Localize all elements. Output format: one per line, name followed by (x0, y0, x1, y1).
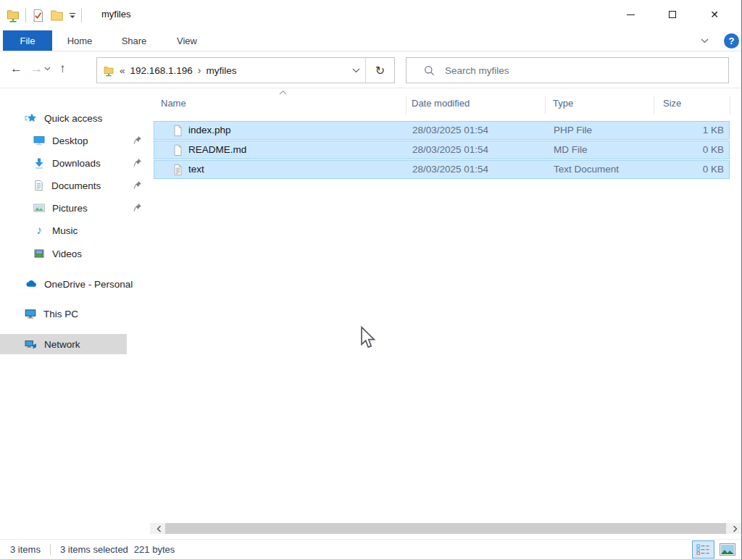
scroll-left-icon[interactable] (153, 523, 164, 534)
column-header-name[interactable]: Name (161, 98, 186, 109)
item-count: 3 items (10, 544, 41, 555)
tab-share[interactable]: Share (111, 30, 157, 51)
tab-view[interactable]: View (164, 30, 210, 51)
large-icons-view-button[interactable] (717, 540, 738, 559)
search-input[interactable] (445, 65, 728, 76)
up-button[interactable]: ↑ (59, 62, 66, 76)
file-name: index.php (188, 125, 231, 135)
sidebar-item-this-pc[interactable]: This PC (0, 304, 150, 324)
sidebar-item-label: Music (52, 225, 78, 236)
maximize-icon (669, 11, 676, 18)
refresh-button[interactable]: ↻ (365, 58, 394, 83)
history-chevron-icon[interactable] (44, 67, 51, 71)
videos-icon (33, 248, 45, 259)
file-text-icon (172, 164, 183, 176)
downloads-icon (33, 157, 45, 169)
file-name: README.md (188, 144, 246, 155)
sidebar-item-downloads[interactable]: Downloads (0, 153, 150, 173)
sidebar-item-network[interactable]: Network (0, 334, 127, 354)
qat-separator (81, 8, 82, 22)
sidebar-item-label: OneDrive - Personal (44, 279, 133, 290)
sidebar-item-desktop[interactable]: Desktop (0, 130, 150, 151)
search-icon (424, 65, 435, 76)
address-bar[interactable]: « 192.168.1.196 › myfiles ↻ (96, 57, 395, 83)
help-button[interactable]: ? (724, 33, 739, 49)
breadcrumb-overflow[interactable]: « (120, 65, 125, 76)
column-resize-handle[interactable] (545, 96, 546, 114)
sidebar-item-label: Videos (52, 248, 82, 259)
file-size: 0 KB (659, 164, 724, 175)
minimize-button[interactable] (609, 0, 651, 29)
sidebar-item-label: Quick access (44, 113, 102, 124)
sidebar-item-music[interactable]: ♪ Music (0, 220, 150, 241)
search-box (406, 57, 729, 83)
music-icon: ♪ (33, 224, 45, 237)
scroll-right-icon[interactable] (729, 523, 741, 534)
file-size: 0 KB (659, 144, 724, 155)
window-title: myfiles (101, 9, 130, 20)
file-row[interactable]: README.md 28/03/2025 01:54 MD File 0 KB (154, 141, 730, 159)
sidebar-item-videos[interactable]: Videos (0, 243, 150, 264)
file-type: Text Document (554, 164, 619, 175)
back-button[interactable]: ← (10, 62, 22, 76)
sidebar-item-label: Downloads (52, 158, 101, 169)
breadcrumb: « 192.168.1.196 › myfiles (97, 64, 346, 77)
scrollbar-thumb[interactable] (165, 523, 726, 534)
status-divider (50, 544, 51, 555)
network-icon (25, 338, 37, 350)
maximize-button[interactable] (651, 0, 693, 29)
file-row[interactable]: text 28/03/2025 01:54 Text Document 0 KB (154, 160, 730, 179)
sidebar-item-label: This PC (43, 309, 78, 319)
mouse-cursor (360, 326, 377, 350)
file-date: 28/03/2025 01:54 (412, 164, 488, 175)
file-row[interactable]: index.php 28/03/2025 01:54 PHP File 1 KB (154, 121, 730, 140)
navigation-bar: ← → ↑ « 192.168.1.196 › myfiles (0, 51, 741, 88)
breadcrumb-chevron[interactable]: › (198, 64, 201, 76)
column-header-type[interactable]: Type (553, 98, 573, 109)
pin-icon (133, 180, 142, 190)
details-view-icon (696, 544, 710, 555)
address-dropdown-chevron-icon[interactable] (346, 58, 365, 83)
column-resize-handle[interactable] (730, 96, 730, 114)
sidebar-item-quick-access[interactable]: Quick access (0, 108, 150, 128)
file-size: 1 KB (659, 125, 724, 135)
ribbon-collapse-chevron-icon[interactable] (701, 38, 709, 43)
sidebar-item-onedrive[interactable]: OneDrive - Personal (0, 274, 150, 294)
pin-icon (133, 135, 142, 145)
sort-ascending-icon (279, 90, 287, 95)
desktop-icon (33, 135, 45, 146)
column-header-date-modified[interactable]: Date modified (412, 98, 470, 109)
selection-size: 221 bytes (134, 544, 175, 555)
sidebar-item-label: Documents (51, 180, 101, 191)
selection-count: 3 items selected (60, 544, 128, 555)
file-date: 28/03/2025 01:54 (412, 144, 488, 155)
network-drive-icon[interactable] (6, 7, 20, 23)
location-folder-icon (103, 64, 114, 77)
properties-button[interactable] (31, 8, 45, 23)
explorer-window: myfiles ✕ File Home Share View ? ← → ↑ (0, 0, 742, 560)
tab-file[interactable]: File (3, 30, 52, 51)
breadcrumb-host[interactable]: 192.168.1.196 (130, 65, 193, 76)
quick-access-toolbar (6, 6, 82, 25)
tab-home[interactable]: Home (58, 30, 101, 51)
forward-button[interactable]: → (30, 62, 43, 76)
breadcrumb-folder[interactable]: myfiles (207, 65, 237, 76)
close-button[interactable]: ✕ (693, 0, 735, 29)
large-icons-view-icon (720, 543, 735, 556)
horizontal-scrollbar[interactable] (150, 523, 742, 534)
file-type: MD File (554, 144, 588, 155)
qat-dropdown-icon[interactable] (69, 12, 76, 19)
column-resize-handle[interactable] (406, 96, 407, 114)
sidebar-item-label: Pictures (52, 203, 88, 214)
column-resize-handle[interactable] (654, 96, 654, 114)
sidebar-item-documents[interactable]: Documents (0, 175, 150, 196)
file-list-pane: Name Date modified Type Size index.php 2… (150, 88, 742, 539)
details-view-button[interactable] (692, 540, 714, 559)
sidebar-item-pictures[interactable]: Pictures (0, 198, 150, 218)
column-header-size[interactable]: Size (663, 98, 681, 109)
sidebar-item-label: Desktop (52, 135, 88, 146)
close-icon: ✕ (710, 9, 719, 20)
minimize-icon (627, 14, 635, 15)
column-headers: Name Date modified Type Size (150, 94, 742, 113)
new-folder-button[interactable] (50, 9, 64, 22)
